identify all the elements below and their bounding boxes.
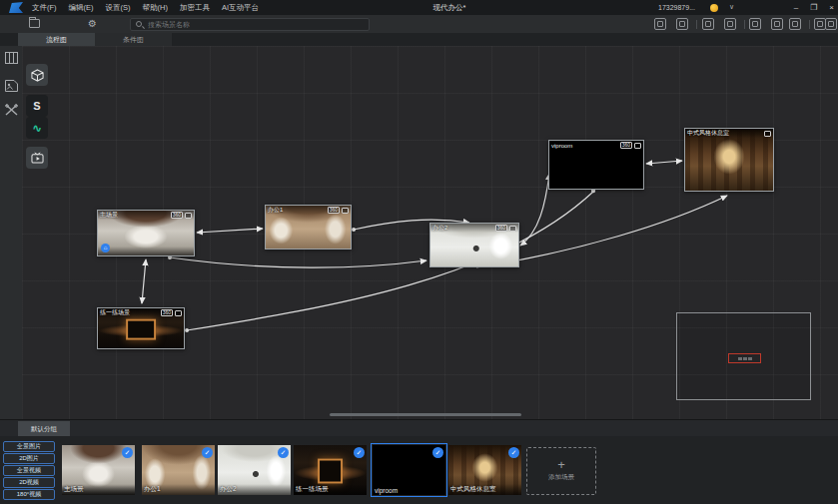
- menu-edit[interactable]: 编辑(E): [69, 3, 94, 13]
- scene-node-lounge[interactable]: 中式风格休息室: [684, 128, 774, 192]
- scene-node-office2[interactable]: 办公2 360: [429, 223, 519, 267]
- library-scene-office2[interactable]: 办公2 ✓: [218, 445, 291, 495]
- open-project-icon[interactable]: [29, 19, 40, 28]
- tab-flowchart[interactable]: 流程图: [18, 33, 95, 46]
- node-type-icon: [342, 208, 349, 214]
- close-button[interactable]: ×: [829, 0, 834, 15]
- view-tab-bar: 流程图 条件图: [0, 33, 838, 46]
- cut-tool-icon[interactable]: [5, 104, 18, 116]
- library-scene-practice[interactable]: 练一练场景 ✓: [294, 445, 367, 495]
- menu-encrypt-tool[interactable]: 加密工具: [180, 3, 210, 13]
- node-label: 练一练场景: [100, 308, 130, 317]
- scene-search[interactable]: [130, 18, 370, 31]
- node-label: viproom: [551, 143, 572, 149]
- node-type-icon: [185, 213, 192, 219]
- image-page-icon[interactable]: [5, 80, 18, 92]
- save-icon[interactable]: [676, 18, 688, 30]
- check-icon: ✓: [202, 447, 213, 458]
- node-type-icon: [509, 226, 516, 232]
- check-icon: ✓: [508, 447, 519, 458]
- scene-name: 主场景: [64, 485, 84, 494]
- maximize-button[interactable]: ❐: [810, 0, 817, 15]
- project-title: 现代办公*: [390, 0, 509, 15]
- library-scene-main[interactable]: 主场景 ✓: [62, 445, 135, 495]
- wave-tool-button[interactable]: ∿: [26, 117, 48, 139]
- account-chevron-down-icon[interactable]: ∨: [729, 0, 734, 15]
- library-scene-viproom[interactable]: viproom ✓: [373, 445, 445, 495]
- menu-settings[interactable]: 设置(S): [106, 3, 131, 13]
- check-icon: ✓: [354, 447, 365, 458]
- check-icon: ✓: [432, 447, 443, 458]
- media-library-icon[interactable]: [702, 18, 714, 30]
- left-rail: [0, 46, 22, 419]
- minimap-viewport[interactable]: [728, 353, 761, 363]
- fullscreen-icon[interactable]: [825, 18, 837, 30]
- category-pano-image[interactable]: 全景图片: [3, 441, 55, 452]
- media-category-list: 全景图片 2D图片 全景视频 2D视频 180°视频: [3, 441, 55, 501]
- add-scene-button[interactable]: + 添加场景: [526, 447, 596, 495]
- minimize-button[interactable]: –: [794, 0, 798, 15]
- scene-name: 办公2: [220, 485, 237, 494]
- start-scene-badge: ⌂: [101, 244, 110, 252]
- node-label: 中式风格休息室: [687, 129, 729, 138]
- plus-icon: +: [557, 460, 565, 470]
- scene-node-thumbnail: [685, 129, 773, 191]
- wave-tool-icon: ∿: [32, 123, 41, 134]
- scene-name: 练一练场景: [296, 485, 329, 494]
- app-logo-icon: [9, 2, 23, 13]
- gear-icon[interactable]: ⚙: [88, 17, 97, 30]
- category-180-video[interactable]: 180°视频: [3, 489, 55, 500]
- titlebar: 文件(F) 编辑(E) 设置(S) 帮助(H) 加密工具 AI互动平台 现代办公…: [0, 0, 838, 15]
- node-label: 办公2: [432, 224, 447, 233]
- menu-file[interactable]: 文件(F): [32, 3, 57, 13]
- node-label: 主场景: [100, 211, 118, 220]
- panels-icon[interactable]: [5, 52, 18, 64]
- app-window: 文件(F) 编辑(E) 设置(S) 帮助(H) 加密工具 AI互动平台 现代办公…: [0, 0, 838, 504]
- menu-help[interactable]: 帮助(H): [143, 3, 168, 13]
- print-icon[interactable]: [771, 18, 783, 30]
- scene-library-panel: 默认分组 全景图片 2D图片 全景视频 2D视频 180°视频 主场景 ✓ 办公…: [0, 419, 838, 504]
- category-pano-video[interactable]: 全景视频: [3, 465, 55, 476]
- add-scene-label: 添加场景: [548, 473, 574, 482]
- badge-360: 360: [328, 207, 340, 214]
- category-2d-video[interactable]: 2D视频: [3, 477, 55, 488]
- menu-ai-platform[interactable]: AI互动平台: [222, 3, 259, 13]
- check-icon: ✓: [278, 447, 289, 458]
- search-input[interactable]: [146, 20, 364, 29]
- video-play-icon: [31, 152, 44, 164]
- node-type-icon: [175, 310, 182, 316]
- tab-default-group[interactable]: 默认分组: [18, 421, 70, 436]
- s-tool-icon: S: [33, 101, 40, 112]
- badge-360: 360: [161, 309, 173, 316]
- import-icon[interactable]: [654, 18, 666, 30]
- menubar: 文件(F) 编辑(E) 设置(S) 帮助(H) 加密工具 AI互动平台: [32, 0, 259, 15]
- cube-view-button[interactable]: [26, 64, 48, 86]
- export-window-icon[interactable]: [724, 18, 736, 30]
- tab-condition[interactable]: 条件图: [95, 33, 172, 46]
- video-preview-button[interactable]: [26, 147, 48, 169]
- scene-name: 中式风格休息室: [450, 485, 496, 494]
- badge-360: 360: [620, 142, 632, 149]
- group-tab-bar: 默认分组: [0, 420, 838, 436]
- cloud-publish-icon[interactable]: [789, 18, 801, 30]
- node-type-icon: [764, 131, 771, 137]
- node-label: 办公1: [268, 206, 283, 215]
- minimap[interactable]: [676, 312, 811, 400]
- scene-name: viproom: [375, 487, 398, 494]
- cube-icon: [31, 69, 44, 82]
- account-id[interactable]: 17329879...: [658, 0, 695, 15]
- library-scene-lounge[interactable]: 中式风格休息室 ✓: [448, 445, 521, 495]
- scene-node-practice[interactable]: 练一练场景 360: [97, 307, 185, 349]
- toolbar: ⚙: [0, 15, 838, 33]
- node-type-icon: [634, 143, 641, 149]
- scene-node-viproom[interactable]: viproom 360: [548, 140, 644, 190]
- scene-node-office1[interactable]: 办公1 360: [265, 205, 352, 250]
- s-tool-button[interactable]: S: [26, 95, 48, 117]
- horizontal-scrollbar[interactable]: [330, 413, 521, 416]
- transfer-icon[interactable]: [749, 18, 761, 30]
- library-scene-office1[interactable]: 办公1 ✓: [142, 445, 215, 495]
- badge-360: 360: [171, 212, 183, 219]
- scene-node-main[interactable]: 主场景 360 ⌂: [97, 210, 195, 256]
- category-2d-image[interactable]: 2D图片: [3, 453, 55, 464]
- account-badge-icon[interactable]: [710, 4, 718, 12]
